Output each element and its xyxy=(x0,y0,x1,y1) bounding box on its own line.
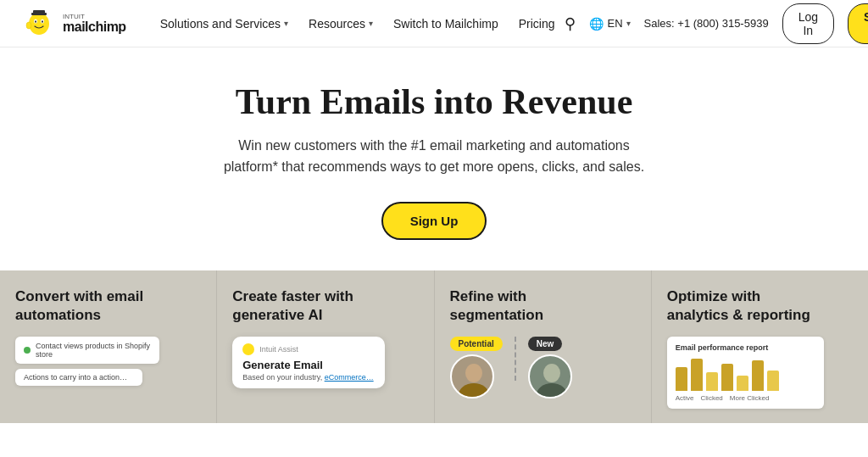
card-ai-title: Create faster with generative AI xyxy=(232,287,385,325)
badge-potential: Potential xyxy=(450,337,503,351)
segment-divider xyxy=(515,337,516,381)
svg-point-11 xyxy=(537,383,567,398)
bar1 xyxy=(676,367,687,391)
nav-right: ⚲ 🌐 EN ▾ Sales: +1 (800) 315-5939 Log In… xyxy=(565,3,868,44)
assist-label: Intuit Assist xyxy=(259,345,298,354)
card-analytics-report: Email performance report Active Clicked … xyxy=(667,337,824,409)
svg-point-0 xyxy=(29,13,49,35)
chevron-down-icon: ▾ xyxy=(284,19,288,28)
lang-label: EN xyxy=(607,17,622,30)
hero-subtitle: Win new customers with the #1 email mark… xyxy=(214,136,654,178)
card-analytics: Optimize with analytics & reporting Emai… xyxy=(652,270,868,423)
ecommerce-link[interactable]: eCommerce… xyxy=(325,373,374,382)
card-automations-mock1: Contact views products in Shopify store xyxy=(15,337,159,364)
svg-rect-6 xyxy=(33,10,45,14)
segment-col2: New xyxy=(528,337,572,398)
assist-header: Intuit Assist xyxy=(242,343,375,355)
report-stats: Active Clicked More Clicked xyxy=(676,394,815,402)
svg-point-8 xyxy=(465,364,482,382)
bubble-sub: Based on your industry, eCommerce… xyxy=(242,373,375,382)
bar7 xyxy=(767,371,779,391)
card-automations-mock2: Actions to carry into a action… xyxy=(15,369,142,386)
mock-text2: Actions to carry into a action… xyxy=(24,373,127,382)
stat1: Active xyxy=(676,394,694,402)
svg-point-4 xyxy=(42,20,43,22)
segment-col1: Potential xyxy=(450,337,503,398)
card-segmentation-title: Refine with segmentation xyxy=(450,287,603,325)
search-icon[interactable]: ⚲ xyxy=(565,14,576,33)
stat2: Clicked xyxy=(701,394,723,402)
globe-icon: 🌐 xyxy=(589,17,604,31)
svg-point-9 xyxy=(459,383,489,398)
sales-number: Sales: +1 (800) 315-5939 xyxy=(644,17,769,30)
hero-title: Turn Emails into Revenue xyxy=(17,81,851,122)
signup-button-hero[interactable]: Sign Up xyxy=(381,202,487,240)
chevron-down-icon: ▾ xyxy=(369,19,373,28)
login-button[interactable]: Log In xyxy=(782,3,834,44)
bar3 xyxy=(706,372,718,391)
nav-solutions[interactable]: Solutions and Services ▾ xyxy=(150,0,298,47)
nav-switch[interactable]: Switch to Mailchimp xyxy=(383,0,509,47)
main-nav: INTUIT mailchimp Solutions and Services … xyxy=(0,0,868,47)
report-title: Email performance report xyxy=(676,343,815,352)
stat3: More Clicked xyxy=(730,394,770,402)
bubble-title: Generate Email xyxy=(242,359,375,371)
mock-text1: Contact views products in Shopify store xyxy=(36,342,151,359)
card-ai: Create faster with generative AI Intuit … xyxy=(217,270,434,423)
bar5 xyxy=(737,376,748,391)
nav-items: Solutions and Services ▾ Resources ▾ Swi… xyxy=(150,0,565,47)
card-automations-title: Convert with email automations xyxy=(15,287,168,325)
card-ai-bubble: Intuit Assist Generate Email Based on yo… xyxy=(232,337,385,388)
hero-section: Turn Emails into Revenue Win new custome… xyxy=(0,47,868,270)
status-dot xyxy=(24,347,31,354)
badge-new: New xyxy=(528,337,563,351)
nav-pricing-label: Pricing xyxy=(519,17,555,31)
card-automations: Convert with email automations Contact v… xyxy=(0,270,217,423)
bar6 xyxy=(752,360,764,391)
nav-solutions-label: Solutions and Services xyxy=(160,17,281,31)
avatar2 xyxy=(528,354,572,398)
svg-point-7 xyxy=(26,22,31,29)
language-selector[interactable]: 🌐 EN ▾ xyxy=(589,17,630,31)
nav-resources-label: Resources xyxy=(309,17,365,31)
bar4 xyxy=(721,364,733,391)
nav-resources[interactable]: Resources ▾ xyxy=(298,0,383,47)
card-analytics-title: Optimize with analytics & reporting xyxy=(667,287,820,325)
svg-point-3 xyxy=(35,20,36,22)
signup-button-nav[interactable]: Sign Up xyxy=(848,3,868,44)
svg-point-10 xyxy=(543,364,560,382)
chevron-down-icon: ▾ xyxy=(626,19,631,28)
logo[interactable]: INTUIT mailchimp xyxy=(20,7,126,41)
avatar1 xyxy=(450,354,494,398)
bar2 xyxy=(691,359,703,391)
bar-chart xyxy=(676,357,815,391)
nav-switch-label: Switch to Mailchimp xyxy=(393,17,498,31)
card-segmentation-mock: Potential New xyxy=(450,337,636,398)
nav-pricing[interactable]: Pricing xyxy=(509,0,565,47)
intuit-assist-icon xyxy=(242,343,254,355)
card-segmentation: Refine with segmentation Potential New xyxy=(435,270,652,423)
feature-cards: Convert with email automations Contact v… xyxy=(0,270,868,423)
